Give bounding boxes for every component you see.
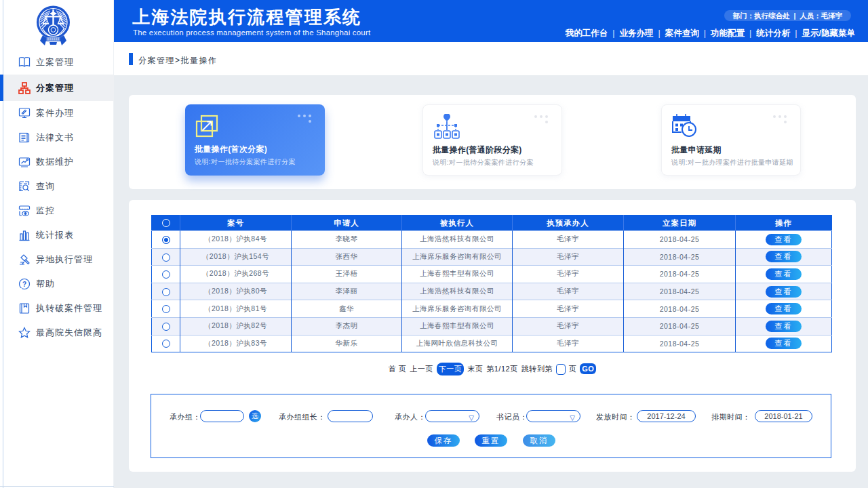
svg-text:?: ? bbox=[22, 281, 26, 288]
